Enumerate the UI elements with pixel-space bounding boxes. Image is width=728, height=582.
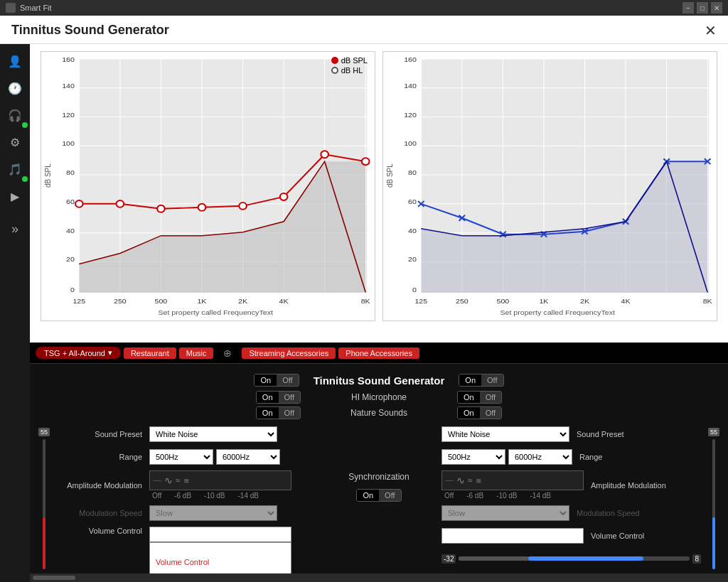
right-sound-preset-label: Sound Preset	[569, 430, 662, 438]
right-volume-select[interactable]: Volume Control ▼	[441, 528, 584, 544]
right-amp-mod-bar[interactable]: — ∿ ≈ ≋	[441, 470, 584, 490]
sidebar-chevron[interactable]: »	[4, 217, 26, 240]
left-hi-mic-toggle[interactable]: On Off	[256, 391, 301, 404]
sync-off-button[interactable]: Off	[379, 490, 400, 501]
left-hi-on[interactable]: On	[257, 392, 279, 403]
right-wave1-icon: ∿	[456, 475, 465, 486]
tab-restaurant[interactable]: Restaurant	[124, 347, 176, 359]
dropdown-item-volume-control[interactable]: Volume Control	[150, 556, 291, 568]
right-volume-row: Volume Control ▼ Volume Control	[441, 527, 701, 545]
right-hi-off[interactable]: Off	[480, 392, 501, 403]
left-chart-svg: 0 20 40 60 80 100 120 140 160 125 250 50…	[41, 52, 375, 320]
right-slider-fill-blue	[528, 556, 643, 561]
dropdown-item-off[interactable]: Off	[150, 543, 291, 556]
svg-text:80: 80	[408, 168, 417, 176]
right-amp-6db: -6 dB	[466, 492, 483, 500]
svg-point-21	[157, 205, 165, 212]
svg-text:120: 120	[404, 111, 417, 119]
left-volume-select[interactable]: Volume Control ▲	[149, 527, 291, 542]
left-range-from[interactable]: 500Hz	[149, 449, 213, 465]
legend-db-spl: dB SPL	[331, 56, 368, 65]
left-nature-on[interactable]: On	[257, 407, 279, 419]
tab-streaming[interactable]: Streaming Accessories	[242, 347, 336, 359]
right-main-toggle[interactable]: On Off	[459, 374, 503, 387]
svg-text:dB SPL: dB SPL	[385, 163, 393, 188]
left-amp-mod-bar[interactable]: — ∿ ≈ ≋	[149, 470, 291, 490]
svg-text:20: 20	[408, 256, 417, 264]
left-sound-preset-row: Sound Preset White Noise	[57, 425, 316, 443]
svg-text:1K: 1K	[539, 297, 548, 305]
green-dot-hearing	[22, 122, 28, 128]
sync-toggle[interactable]: On Off	[356, 489, 401, 502]
minimize-button[interactable]: −	[682, 2, 694, 14]
tab-music[interactable]: Music	[179, 347, 214, 359]
left-range-to[interactable]: 6000Hz	[216, 449, 280, 465]
bottom-scrollbar[interactable]	[30, 573, 728, 582]
scrollbar-thumb[interactable]	[33, 576, 75, 580]
svg-text:Set property called FrequencyT: Set property called FrequencyText	[158, 308, 273, 316]
svg-text:2K: 2K	[238, 297, 247, 305]
right-range-to[interactable]: 6000Hz	[508, 449, 572, 465]
right-sound-preset-select[interactable]: White Noise	[441, 426, 569, 442]
sidebar-item-history[interactable]: 🕐	[4, 77, 26, 99]
tsg-main-row: On Off Tinnitus Sound Generator On Off	[30, 370, 728, 391]
amp-label-6db: -6 dB	[174, 492, 191, 500]
window-close-button[interactable]: ✕	[705, 23, 717, 38]
left-amp-mod-label: Amplitude Modulation	[57, 481, 149, 490]
sidebar-item-hearing[interactable]: 🎧	[4, 104, 26, 126]
svg-text:500: 500	[155, 297, 168, 305]
left-main-toggle[interactable]: On Off	[254, 374, 299, 387]
right-range-from[interactable]: 500Hz	[441, 449, 505, 465]
right-volume-label: Volume Control	[584, 532, 676, 540]
right-volume-value: Volume Control	[445, 532, 498, 540]
left-slider-fill	[43, 517, 46, 569]
right-amp-mod-labels: Off -6 dB -10 dB -14 dB	[441, 492, 584, 500]
play-icon: ▶	[11, 190, 19, 203]
right-hi-on[interactable]: On	[458, 392, 480, 403]
sidebar-item-audio[interactable]: 🎵	[4, 158, 26, 180]
sidebar-item-user[interactable]: 👤	[4, 50, 26, 72]
tab-close[interactable]: ⊕	[216, 346, 239, 360]
right-slider-track-vertical	[712, 439, 715, 569]
left-hi-off[interactable]: Off	[279, 392, 300, 403]
dropdown-item-environmental[interactable]: Environmental	[150, 568, 291, 573]
left-range-inputs: 500Hz 6000Hz	[149, 449, 280, 465]
left-chart: dB SPL dB HL	[41, 51, 375, 321]
tab-phone[interactable]: Phone Accessories	[338, 347, 419, 359]
left-on-button[interactable]: On	[255, 374, 277, 386]
right-hi-mic-toggle[interactable]: On Off	[457, 391, 502, 404]
sync-on-button[interactable]: On	[357, 490, 379, 501]
right-chart-svg: 0 20 40 60 80 100 120 140 160 125 250 50…	[383, 52, 717, 320]
svg-text:2K: 2K	[580, 297, 589, 305]
svg-text:40: 40	[66, 227, 75, 235]
left-nature-toggle[interactable]: On Off	[256, 406, 301, 419]
maximize-button[interactable]: □	[697, 2, 708, 14]
right-nature-off[interactable]: Off	[480, 407, 501, 419]
right-amp-mod-label: Amplitude Modulation	[584, 481, 676, 490]
right-side-panel: 55	[707, 425, 721, 572]
svg-text:125: 125	[73, 297, 85, 305]
right-mod-speed-row: Slow Modulation Speed	[441, 504, 701, 522]
app-icon	[6, 3, 16, 13]
right-nature-toggle[interactable]: On Off	[457, 406, 502, 419]
left-sound-preset-select[interactable]: White Noise	[149, 426, 277, 442]
tab-streaming-label: Streaming Accessories	[249, 349, 328, 357]
left-nature-off[interactable]: Off	[279, 407, 300, 419]
svg-text:140: 140	[404, 82, 417, 90]
sidebar-item-play[interactable]: ▶	[4, 185, 26, 208]
right-slider-track[interactable]	[459, 556, 690, 561]
main-window: Tinnitus Sound Generator ✕ 👤 🕐 🎧 ⚙ 🎵	[0, 16, 728, 582]
left-off-button[interactable]: Off	[277, 374, 298, 386]
legend-dot-spl	[331, 57, 338, 64]
right-off-button[interactable]: Off	[481, 374, 503, 386]
svg-text:125: 125	[414, 297, 427, 305]
right-mod-speed-label: Modulation Speed	[569, 509, 662, 517]
sidebar-item-settings[interactable]: ⚙	[4, 131, 26, 153]
right-nature-on[interactable]: On	[458, 407, 480, 419]
user-icon: 👤	[8, 55, 22, 68]
right-on-button[interactable]: On	[459, 374, 481, 386]
amp-label-off: Off	[152, 492, 161, 500]
svg-text:8K: 8K	[361, 297, 370, 305]
tab-tsg-allaround[interactable]: TSG + All-Around ▾	[36, 347, 121, 359]
titlebar-close-button[interactable]: ✕	[711, 2, 722, 14]
